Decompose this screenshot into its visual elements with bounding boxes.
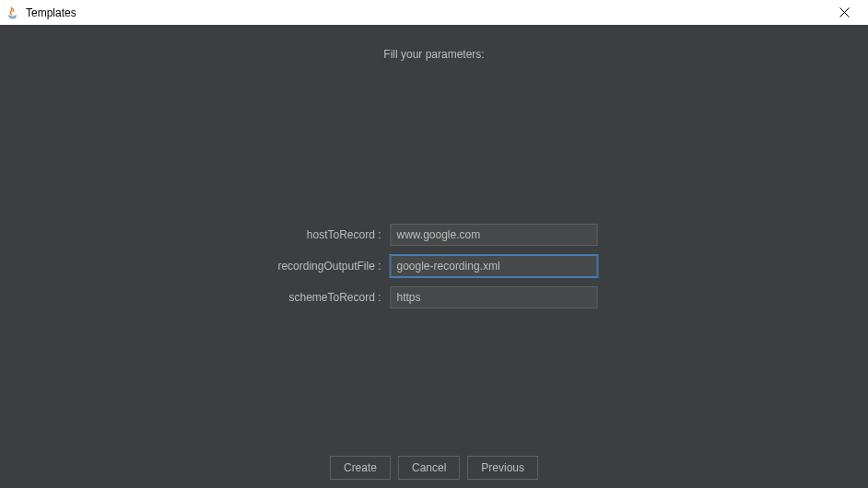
titlebar-left: Templates (6, 6, 76, 20)
create-button[interactable]: Create (330, 456, 391, 480)
label-scheme: schemeToRecord : (271, 291, 381, 304)
previous-button[interactable]: Previous (467, 456, 538, 480)
form-row-host: hostToRecord : (271, 224, 598, 246)
window-title: Templates (26, 6, 76, 19)
java-icon (6, 6, 20, 20)
input-scheme[interactable] (391, 286, 598, 308)
input-output[interactable] (391, 255, 598, 277)
label-output: recordingOutputFile : (271, 260, 381, 273)
form-row-output: recordingOutputFile : (271, 255, 598, 277)
input-host[interactable] (391, 224, 598, 246)
label-host: hostToRecord : (271, 228, 381, 241)
close-button[interactable] (826, 0, 862, 25)
form-row-scheme: schemeToRecord : (271, 286, 598, 308)
cancel-button[interactable]: Cancel (398, 456, 460, 480)
button-row: Create Cancel Previous (330, 456, 538, 480)
close-icon (839, 7, 850, 17)
titlebar: Templates (0, 0, 868, 25)
prompt-text: Fill your parameters: (0, 25, 868, 61)
form-area: hostToRecord : recordingOutputFile : sch… (271, 224, 598, 308)
content-pane: Fill your parameters: hostToRecord : rec… (0, 25, 868, 488)
